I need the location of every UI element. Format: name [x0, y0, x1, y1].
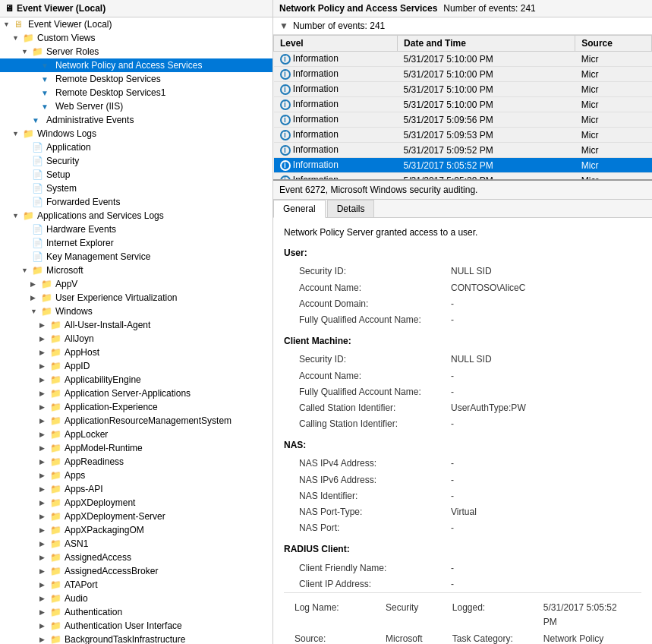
events-tbody: i Information 5/31/2017 5:10:00 PM Micr … [274, 52, 652, 180]
tree-item[interactable]: ▼Remote Desktop Services1 [0, 86, 272, 99]
expand-icon: ▶ [39, 581, 50, 589]
tree-item[interactable]: ▶📁ApplicabilityEngine [0, 373, 272, 387]
filter-icon: ▼ [41, 103, 53, 111]
tree-item-label: Forwarded Events [46, 197, 120, 207]
tree-item-label: Key Management Service [46, 251, 150, 262]
tree-item[interactable]: ▶📁Application-Experience [0, 400, 272, 414]
tree-item[interactable]: ▶📁AppReadiness [0, 455, 272, 469]
tree-item[interactable]: ▶📁ApplicationResourceManagementSystem [0, 414, 272, 428]
table-row[interactable]: i Information 5/31/2017 5:09:53 PM Micr [274, 128, 652, 143]
folder-icon: 📁 [50, 607, 62, 617]
tree-item[interactable]: ▼Administrative Events [0, 113, 272, 127]
table-row[interactable]: i Information 5/31/2017 5:10:00 PM Micr [274, 82, 652, 97]
tree-item[interactable]: ▶📁Authentication User Interface [0, 619, 272, 633]
source-cell: Micr [575, 173, 652, 180]
tree-item[interactable]: 📄Security [0, 154, 272, 168]
tree-item[interactable]: ▶📁Apps [0, 469, 272, 482]
tab-details[interactable]: Details [327, 200, 375, 217]
level-cell: i Information [274, 128, 398, 143]
tree-item[interactable]: ▶📁AssignedAccessBroker [0, 564, 272, 578]
tree-item[interactable]: ▶📁ATAPort [0, 578, 272, 592]
tree-item-label: Web Server (IIS) [55, 101, 123, 112]
tree-item[interactable]: ▼📁Custom Views [0, 31, 272, 45]
table-row[interactable]: i Information 5/31/2017 5:10:00 PM Micr [274, 52, 652, 67]
tree-item-label: AppXDeployment-Server [65, 511, 165, 522]
tree-item-label: Microsoft [46, 265, 83, 276]
folder-icon: 📁 [23, 128, 35, 139]
expand-icon: ▶ [39, 376, 50, 384]
tree-item[interactable]: 📄Setup [0, 168, 272, 182]
tree-item[interactable]: ▶📁AssignedAccess [0, 551, 272, 564]
expand-icon: ▶ [39, 513, 50, 520]
expand-icon: ▶ [39, 554, 50, 561]
tree-item[interactable]: ▶📁AppV [0, 277, 272, 291]
tree-item-label: Internet Explorer [46, 238, 114, 248]
tree-item-label: Setup [46, 169, 70, 180]
tree-item[interactable]: 📄Hardware Events [0, 223, 272, 236]
tree-item[interactable]: 📄Key Management Service [0, 250, 272, 264]
table-row[interactable]: i Information 5/31/2017 5:09:52 PM Micr [274, 143, 652, 158]
tree-item[interactable]: ▶📁AppXDeployment [0, 496, 272, 510]
tree-item[interactable]: 📄Application [0, 140, 272, 154]
tree-item[interactable]: ▼📁Applications and Services Logs [0, 209, 272, 223]
section-title: RADIUS Client: [284, 542, 641, 557]
tree-item[interactable]: ▼📁Windows [0, 305, 272, 318]
section-title: User: [284, 246, 641, 260]
table-row[interactable]: i Information 5/31/2017 5:05:52 PM Micr [274, 158, 652, 173]
expand-icon: ▶ [39, 321, 50, 329]
tree-item[interactable]: ▶📁Apps-API [0, 482, 272, 496]
tree-item[interactable]: ▶📁Audio [0, 592, 272, 605]
tree-item[interactable]: ▶📁User Experience Virtualization [0, 291, 272, 305]
source-cell: Micr [575, 112, 652, 128]
logged-value: 5/31/2017 5:05:52 PM [543, 601, 631, 630]
field-label: Fully Qualified Account Name: [299, 312, 451, 328]
tree-item[interactable]: ▼🖥Event Viewer (Local) [0, 17, 272, 31]
level-cell: i Information [274, 67, 398, 82]
tree-item[interactable]: ▼Remote Desktop Services [0, 72, 272, 86]
tree-item-label: AppXPackagingOM [65, 525, 144, 535]
tree-item[interactable]: ▶📁AppXDeployment-Server [0, 510, 272, 523]
tree-item[interactable]: ▶📁AppLocker [0, 428, 272, 441]
filter-icon: ▼ [41, 62, 53, 70]
folder-icon: 📁 [50, 620, 62, 631]
tree-item[interactable]: ▼Web Server (IIS) [0, 99, 272, 113]
tree-item[interactable]: 📄Internet Explorer [0, 236, 272, 250]
tree-item-label: ASN1 [65, 538, 88, 549]
expand-icon: ▶ [39, 390, 50, 397]
log-icon: 📄 [32, 238, 44, 248]
expand-icon: ▼ [12, 212, 23, 219]
tree-item[interactable]: ▶📁AppModel-Runtime [0, 441, 272, 455]
date-cell: 5/31/2017 5:05:52 PM [398, 158, 575, 173]
tree-item[interactable]: ▶📁Application Server-Applications [0, 387, 272, 400]
table-row[interactable]: i Information 5/31/2017 5:10:00 PM Micr [274, 67, 652, 82]
tree-item[interactable]: 📄System [0, 182, 272, 195]
events-table-wrapper[interactable]: Level Date and Time Source i Information… [273, 35, 652, 179]
tree-item[interactable]: ▶📁ASN1 [0, 537, 272, 551]
tree-item-label: Authentication [65, 607, 122, 617]
expand-icon: ▶ [39, 567, 50, 575]
tree-item-label: Remote Desktop Services1 [55, 87, 165, 98]
tree-item[interactable]: ▶📁AllJoyn [0, 332, 272, 346]
table-row[interactable]: i Information 5/31/2017 5:05:38 PM Micr [274, 173, 652, 180]
tree-item[interactable]: ▶📁All-User-Install-Agent [0, 318, 272, 332]
expand-icon: ▶ [39, 431, 50, 438]
table-row[interactable]: i Information 5/31/2017 5:09:56 PM Micr [274, 112, 652, 128]
field-value: - [451, 368, 641, 384]
tree-item[interactable]: ▶📁AppXPackagingOM [0, 523, 272, 537]
tree-item[interactable]: ▶📁AppID [0, 359, 272, 373]
tree-item[interactable]: ▶📁AppHost [0, 346, 272, 359]
tree-item[interactable]: ▼Network Policy and Access Services [0, 58, 272, 72]
tree-item[interactable]: ▶📁BackgroundTaskInfrastructure [0, 633, 272, 644]
tree-item[interactable]: ▼📁Server Roles [0, 45, 272, 58]
table-row[interactable]: i Information 5/31/2017 5:10:00 PM Micr [274, 97, 652, 112]
field-label: Client Friendly Name: [299, 560, 451, 576]
detail-section: Event 6272, Microsoft Windows security a… [273, 181, 652, 644]
tree-item-label: Network Policy and Access Services [55, 60, 202, 71]
tab-general[interactable]: General [273, 200, 326, 218]
tree-item[interactable]: 📄Forwarded Events [0, 195, 272, 209]
detail-tabs: General Details [273, 200, 652, 218]
tree-item[interactable]: ▼📁Windows Logs [0, 127, 272, 140]
tree-item[interactable]: ▶📁Authentication [0, 605, 272, 619]
tree-item[interactable]: ▼📁Microsoft [0, 264, 272, 277]
section-title: Client Machine: [284, 334, 641, 349]
